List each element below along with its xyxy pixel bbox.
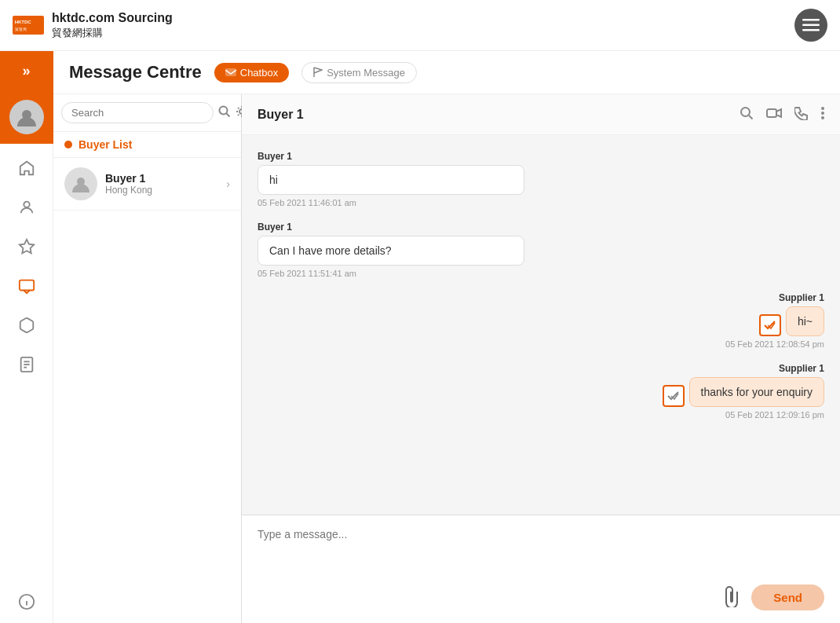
message-time-4: 05 Feb 2021 12:09:16 pm <box>725 410 824 420</box>
buyer-list-header: Buyer List <box>53 132 241 158</box>
svg-rect-0 <box>13 16 44 35</box>
tab-system-message-label: System Message <box>327 67 405 79</box>
contact-avatar <box>64 167 97 200</box>
user-avatar-icon <box>16 106 38 128</box>
send-button[interactable]: Send <box>751 585 824 610</box>
sidebar: » <box>0 51 53 623</box>
svg-point-22 <box>741 108 750 116</box>
svg-rect-4 <box>802 24 820 27</box>
sidebar-avatar[interactable] <box>0 90 53 144</box>
expand-icon: » <box>22 63 30 79</box>
more-icon <box>821 106 824 120</box>
chat-panel: Buyer 1 <box>242 94 840 623</box>
message-text-3: hi~ <box>786 306 824 336</box>
box-icon <box>18 317 35 334</box>
contact-item[interactable]: Buyer 1 Hong Kong › <box>53 158 241 211</box>
message-text-1: hi <box>257 165 524 195</box>
message-icon <box>18 277 35 295</box>
message-input[interactable] <box>257 528 824 575</box>
svg-point-18 <box>220 107 228 115</box>
sidebar-navigation <box>0 144 53 584</box>
message-bubble-3: Supplier 1 hi~ 05 Feb 2021 12:08:54 pm <box>257 292 824 349</box>
avatar-circle <box>9 100 44 134</box>
message-sender-2: Buyer 1 <box>257 222 524 233</box>
main-layout: » <box>0 51 840 623</box>
message-time-2: 05 Feb 2021 11:51:41 am <box>257 269 524 278</box>
svg-rect-24 <box>767 109 776 117</box>
top-header: HKTDC 貿發局 hktdc.com Sourcing 貿發網採購 <box>0 0 840 51</box>
message-input-area: Send <box>242 515 840 623</box>
hamburger-button[interactable] <box>794 9 827 42</box>
contact-name: Buyer 1 <box>105 172 218 185</box>
sidebar-item-messages[interactable] <box>0 268 53 304</box>
checkmark-icon-4 <box>667 390 680 401</box>
svg-point-27 <box>821 116 824 119</box>
home-icon <box>18 159 35 177</box>
logo-title: hktdc.com Sourcing <box>52 10 173 25</box>
sidebar-item-documents[interactable] <box>0 346 53 383</box>
buyer-list-indicator <box>64 141 72 148</box>
message-bubble-4: Supplier 1 thanks for your enquiry 05 Fe… <box>257 363 824 420</box>
message-actions: Send <box>257 585 824 610</box>
read-status-icon-4 <box>663 385 685 407</box>
envelope-icon <box>225 68 236 76</box>
message-4-wrapper: thanks for your enquiry <box>663 377 824 407</box>
svg-rect-9 <box>19 280 33 291</box>
message-text-2: Can I have more details? <box>257 236 524 266</box>
contact-chevron-icon: › <box>226 178 230 190</box>
message-3-wrapper: hi~ <box>759 306 824 336</box>
sidebar-item-user[interactable] <box>0 189 53 225</box>
search-icon <box>218 105 231 118</box>
logo-text: hktdc.com Sourcing 貿發網採購 <box>52 10 173 39</box>
user-icon <box>18 199 35 216</box>
contact-avatar-icon <box>71 174 91 194</box>
tab-chatbox[interactable]: Chatbox <box>214 63 289 82</box>
message-sender-3: Supplier 1 <box>779 292 824 303</box>
logo-subtitle: 貿發網採購 <box>52 26 173 40</box>
tab-system-message[interactable]: System Message <box>301 62 417 83</box>
buyer-list-title: Buyer List <box>79 138 132 151</box>
star-icon <box>18 238 35 255</box>
svg-rect-3 <box>802 19 820 21</box>
sidebar-item-products[interactable] <box>0 307 53 343</box>
search-input[interactable] <box>61 102 214 123</box>
phone-call-button[interactable] <box>794 106 809 123</box>
message-time-1: 05 Feb 2021 11:46:01 am <box>257 198 524 207</box>
chat-search-button[interactable] <box>740 106 754 123</box>
info-icon <box>18 593 35 610</box>
contact-location: Hong Kong <box>105 185 218 196</box>
search-button[interactable] <box>218 105 231 120</box>
video-call-button[interactable] <box>766 108 782 122</box>
sidebar-expand-button[interactable]: » <box>0 51 53 90</box>
message-sender-1: Buyer 1 <box>257 151 524 162</box>
phone-icon <box>794 106 809 120</box>
read-status-icon-3 <box>759 314 781 336</box>
svg-line-23 <box>749 115 753 119</box>
message-centre: Message Centre Chatbox System Message <box>53 51 840 623</box>
document-icon <box>18 356 35 373</box>
svg-point-25 <box>821 107 824 110</box>
svg-rect-5 <box>802 29 820 31</box>
attach-button[interactable] <box>721 585 742 610</box>
chat-header-actions <box>740 106 824 123</box>
flag-icon <box>313 67 323 78</box>
sidebar-item-favorites[interactable] <box>0 229 53 265</box>
svg-text:貿發局: 貿發局 <box>15 27 27 31</box>
page-header: Message Centre Chatbox System Message <box>53 51 840 94</box>
contacts-panel: Buyer List Buyer 1 Hong Kong › <box>53 94 242 623</box>
search-bar <box>53 94 241 132</box>
sidebar-item-info[interactable] <box>0 584 53 620</box>
chat-recipient-name: Buyer 1 <box>257 108 304 122</box>
hamburger-icon <box>802 19 820 31</box>
message-sender-4: Supplier 1 <box>779 363 824 374</box>
svg-marker-8 <box>19 240 33 253</box>
sidebar-item-home[interactable] <box>0 150 53 186</box>
more-options-button[interactable] <box>821 106 824 123</box>
attach-icon <box>721 585 742 607</box>
messages-area[interactable]: Buyer 1 hi 05 Feb 2021 11:46:01 am Buyer… <box>242 135 840 515</box>
svg-text:HKTDC: HKTDC <box>15 20 32 24</box>
logo-area: HKTDC 貿發局 hktdc.com Sourcing 貿發網採購 <box>13 10 173 39</box>
chat-header: Buyer 1 <box>242 94 840 135</box>
svg-point-26 <box>821 112 824 115</box>
tab-chatbox-label: Chatbox <box>240 67 278 79</box>
